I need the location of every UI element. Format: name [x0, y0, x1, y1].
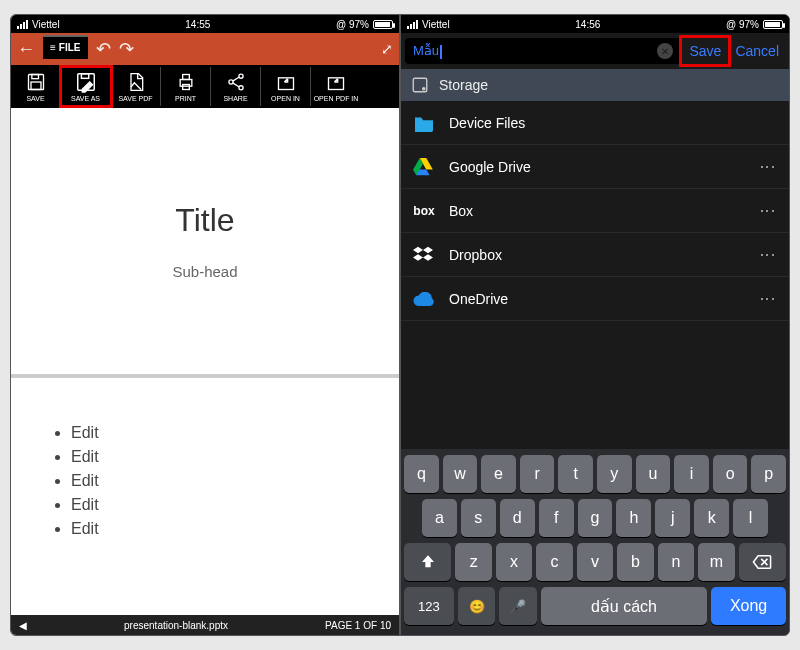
cancel-button[interactable]: Cancel	[729, 43, 785, 59]
save-as-button[interactable]: SAVE AS	[61, 67, 111, 106]
key-b[interactable]: b	[617, 543, 653, 581]
keyboard-row-2: a s d f g h j k l	[404, 499, 786, 537]
redo-icon[interactable]: ↷	[119, 38, 134, 60]
pdf-icon	[126, 71, 146, 93]
key-j[interactable]: j	[655, 499, 690, 537]
save-pdf-label: SAVE PDF	[118, 95, 152, 102]
slide-title[interactable]: Title	[175, 202, 234, 239]
key-w[interactable]: w	[443, 455, 478, 493]
key-i[interactable]: i	[674, 455, 709, 493]
hamburger-icon: ≡	[50, 42, 56, 53]
printer-icon	[176, 71, 196, 93]
key-u[interactable]: u	[636, 455, 671, 493]
slide-1[interactable]: Title Sub-head	[11, 108, 399, 378]
svg-point-14	[423, 88, 425, 90]
signal-icon	[17, 20, 28, 29]
share-button[interactable]: SHARE	[211, 67, 261, 106]
key-q[interactable]: q	[404, 455, 439, 493]
clear-input-icon[interactable]: ✕	[657, 43, 673, 59]
status-time: 14:56	[575, 19, 600, 30]
more-icon[interactable]: ⋮	[758, 291, 777, 307]
storage-header-label: Storage	[439, 77, 488, 93]
more-icon[interactable]: ⋮	[758, 203, 777, 219]
key-c[interactable]: c	[536, 543, 572, 581]
status-time: 14:55	[185, 19, 210, 30]
bullet-list[interactable]: Edit Edit Edit Edit Edit	[51, 424, 359, 538]
print-label: PRINT	[175, 95, 196, 102]
key-k[interactable]: k	[694, 499, 729, 537]
key-s[interactable]: s	[461, 499, 496, 537]
open-in-label: OPEN IN	[271, 95, 300, 102]
save-button[interactable]: SAVE	[11, 67, 61, 106]
key-o[interactable]: o	[713, 455, 748, 493]
storage-header: Storage	[401, 69, 789, 101]
footer-bar: ◀ presentation-blank.pptx PAGE 1 OF 10	[11, 615, 399, 635]
key-r[interactable]: r	[520, 455, 555, 493]
slide-2[interactable]: Edit Edit Edit Edit Edit	[11, 378, 399, 615]
key-x[interactable]: x	[496, 543, 532, 581]
more-icon[interactable]: ⋮	[758, 159, 777, 175]
open-pdf-in-label: OPEN PDF IN	[314, 95, 359, 102]
key-done[interactable]: Xong	[711, 587, 786, 625]
key-t[interactable]: t	[558, 455, 593, 493]
list-item[interactable]: Edit	[71, 520, 359, 538]
shift-icon	[420, 554, 436, 570]
open-pdf-in-button[interactable]: OPEN PDF IN	[311, 67, 361, 106]
save-button[interactable]: Save	[683, 39, 727, 63]
slide-panel[interactable]: Title Sub-head Edit Edit Edit Edit Edit	[11, 108, 399, 615]
key-numeric[interactable]: 123	[404, 587, 454, 625]
globe-icon: 😊	[469, 599, 485, 614]
more-icon[interactable]: ⋮	[758, 247, 777, 263]
key-backspace[interactable]	[739, 543, 786, 581]
key-a[interactable]: a	[422, 499, 457, 537]
editor-screen: Viettel 14:55 @ 97% ← ≡ FILE ↶ ↷ ⤢ S	[11, 15, 399, 635]
filename-input[interactable]: Mẫu ✕	[405, 38, 681, 64]
svg-rect-6	[182, 75, 189, 80]
source-box[interactable]: box Box ⋮	[401, 189, 789, 233]
key-l[interactable]: l	[733, 499, 768, 537]
key-space[interactable]: dấu cách	[541, 587, 707, 625]
open-in-button[interactable]: OPEN IN	[261, 67, 311, 106]
key-n[interactable]: n	[658, 543, 694, 581]
source-label: Device Files	[449, 115, 525, 131]
key-shift[interactable]	[404, 543, 451, 581]
floppy-icon	[26, 71, 46, 93]
fullscreen-icon[interactable]: ⤢	[381, 41, 393, 57]
source-dropbox[interactable]: Dropbox ⋮	[401, 233, 789, 277]
back-icon[interactable]: ←	[17, 39, 35, 60]
list-item[interactable]: Edit	[71, 496, 359, 514]
svg-rect-7	[182, 85, 189, 90]
key-mic[interactable]: 🎤	[499, 587, 536, 625]
key-e[interactable]: e	[481, 455, 516, 493]
battery-icon	[373, 20, 393, 29]
key-h[interactable]: h	[616, 499, 651, 537]
filename-value: Mẫu	[413, 43, 439, 58]
source-google-drive[interactable]: Google Drive ⋮	[401, 145, 789, 189]
share-icon	[226, 71, 246, 93]
open-pdf-in-icon	[326, 71, 346, 93]
key-p[interactable]: p	[751, 455, 786, 493]
slide-subtitle[interactable]: Sub-head	[172, 263, 237, 280]
list-item[interactable]: Edit	[71, 472, 359, 490]
source-label: Google Drive	[449, 159, 531, 175]
list-item[interactable]: Edit	[71, 448, 359, 466]
key-z[interactable]: z	[455, 543, 491, 581]
source-onedrive[interactable]: OneDrive ⋮	[401, 277, 789, 321]
print-button[interactable]: PRINT	[161, 67, 211, 106]
app-topbar: ← ≡ FILE ↶ ↷ ⤢	[11, 33, 399, 65]
save-dialog-screen: Viettel 14:56 @ 97% Mẫu ✕ Save Cancel St…	[401, 15, 789, 635]
save-pdf-button[interactable]: SAVE PDF	[111, 67, 161, 106]
battery-pct: @ 97%	[726, 19, 759, 30]
undo-icon[interactable]: ↶	[96, 38, 111, 60]
prev-arrow-icon[interactable]: ◀	[19, 620, 27, 631]
key-v[interactable]: v	[577, 543, 613, 581]
key-g[interactable]: g	[578, 499, 613, 537]
key-m[interactable]: m	[698, 543, 734, 581]
key-emoji[interactable]: 😊	[458, 587, 495, 625]
file-tab[interactable]: ≡ FILE	[43, 35, 88, 59]
key-y[interactable]: y	[597, 455, 632, 493]
list-item[interactable]: Edit	[71, 424, 359, 442]
key-d[interactable]: d	[500, 499, 535, 537]
source-device-files[interactable]: Device Files	[401, 101, 789, 145]
key-f[interactable]: f	[539, 499, 574, 537]
